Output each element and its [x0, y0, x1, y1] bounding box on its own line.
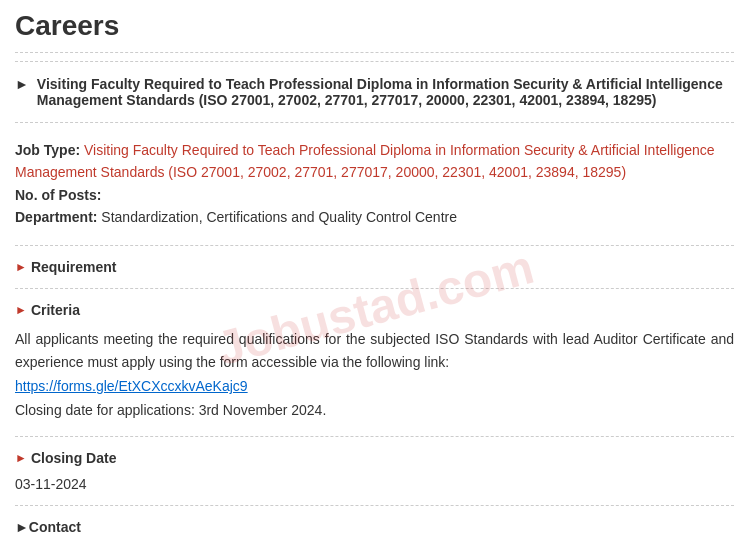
- closing-date-note-value: 3rd November 2024.: [199, 402, 327, 418]
- job-type-value[interactable]: Visiting Faculty Required to Teach Profe…: [15, 142, 715, 180]
- contact-arrow-icon: ►: [15, 519, 29, 535]
- closing-date-header: ► Closing Date: [15, 445, 734, 471]
- divider-7: [15, 505, 734, 506]
- requirement-header: ► Requirement: [15, 254, 734, 280]
- requirement-label: Requirement: [31, 259, 117, 275]
- posts-row: No. of Posts:: [15, 184, 734, 206]
- criteria-text-1: All applicants meeting the required qual…: [15, 331, 734, 371]
- contact-header: ► Contact: [15, 514, 734, 540]
- divider-4: [15, 245, 734, 246]
- job-details: Job Type: Visiting Faculty Required to T…: [15, 131, 734, 237]
- department-value: Standardization, Certifications and Qual…: [101, 209, 457, 225]
- contact-label: Contact: [29, 519, 81, 535]
- divider-5: [15, 288, 734, 289]
- criteria-arrow-icon: ►: [15, 303, 27, 317]
- divider-6: [15, 436, 734, 437]
- job-type-row: Job Type: Visiting Faculty Required to T…: [15, 139, 734, 184]
- criteria-body: All applicants meeting the required qual…: [15, 323, 734, 428]
- contact-section: ► Contact: [15, 514, 734, 540]
- criteria-form-link[interactable]: https://forms.gle/EtXCXccxkvAeKajc9: [15, 378, 248, 394]
- closing-date-note: Closing date for applications: 3rd Novem…: [15, 402, 326, 418]
- closing-date-arrow-icon: ►: [15, 451, 27, 465]
- requirement-arrow-icon: ►: [15, 260, 27, 274]
- requirement-section: ► Requirement: [15, 254, 734, 280]
- criteria-section: ► Criteria All applicants meeting the re…: [15, 297, 734, 428]
- divider-3: [15, 122, 734, 123]
- divider-1: [15, 52, 734, 53]
- closing-date-section: ► Closing Date 03-11-2024: [15, 445, 734, 497]
- job-title-section: ► Visiting Faculty Required to Teach Pro…: [15, 70, 734, 114]
- job-title: Visiting Faculty Required to Teach Profe…: [37, 76, 734, 108]
- job-title-arrow-icon: ►: [15, 76, 29, 92]
- criteria-header: ► Criteria: [15, 297, 734, 323]
- divider-2: [15, 61, 734, 62]
- closing-date-value: 03-11-2024: [15, 471, 734, 497]
- job-type-label: Job Type:: [15, 142, 80, 158]
- posts-label: No. of Posts:: [15, 187, 101, 203]
- closing-date-note-label: Closing date for applications:: [15, 402, 195, 418]
- page-title: Careers: [15, 10, 734, 42]
- closing-date-label: Closing Date: [31, 450, 117, 466]
- department-row: Department: Standardization, Certificati…: [15, 206, 734, 228]
- department-label: Department:: [15, 209, 97, 225]
- criteria-label: Criteria: [31, 302, 80, 318]
